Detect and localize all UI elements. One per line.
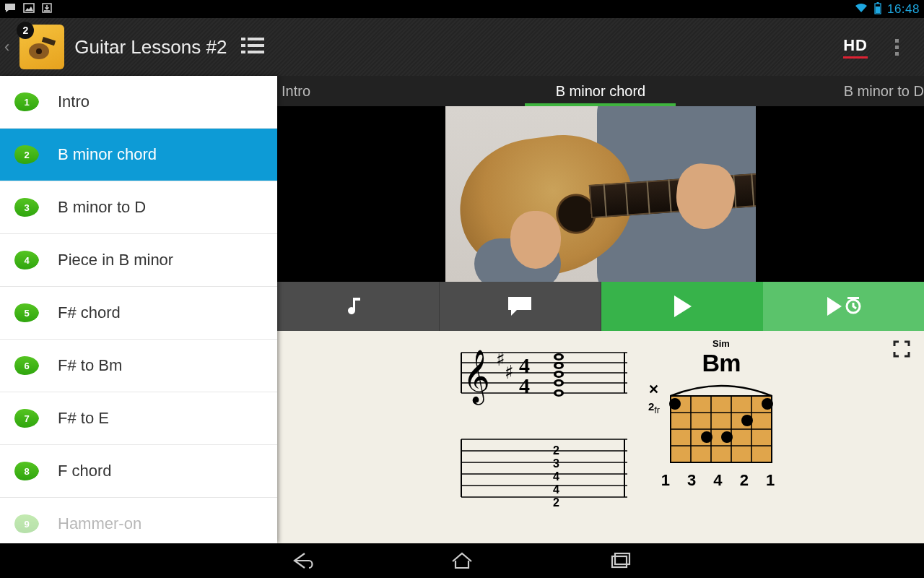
- chord-name: Bm: [660, 349, 783, 377]
- svg-point-31: [557, 364, 562, 368]
- video-thumbnail: [445, 106, 756, 282]
- lesson-number-badge: 6: [14, 356, 39, 375]
- svg-rect-11: [248, 44, 264, 47]
- lesson-item-label: Piece in B minor: [58, 251, 173, 269]
- tab-number: 2: [553, 496, 559, 509]
- app-bar: ‹ 2 Guitar Lessons #2 HD: [0, 18, 924, 76]
- sheet-music-area: 𝄞 ♯ ♯ 4 4: [277, 331, 924, 543]
- svg-rect-9: [248, 38, 264, 40]
- lesson-number-badge: 5: [14, 303, 39, 322]
- tab-label: B minor to D: [844, 83, 924, 100]
- lesson-item-label: F# to E: [58, 409, 109, 428]
- svg-point-57: [741, 415, 753, 426]
- tab-number: 3: [553, 457, 559, 470]
- comments-button[interactable]: [440, 282, 602, 331]
- svg-point-58: [701, 431, 712, 443]
- lesson-item-label: B minor to D: [58, 198, 146, 217]
- svg-text:4: 4: [519, 374, 530, 397]
- nav-back-button[interactable]: [289, 549, 318, 572]
- lesson-number-badge: 4: [14, 251, 39, 269]
- svg-rect-12: [241, 51, 245, 53]
- lesson-item-label: F# chord: [58, 303, 121, 322]
- svg-point-56: [762, 398, 773, 410]
- lesson-item-2[interactable]: 2 B minor chord: [0, 129, 277, 181]
- svg-point-7: [36, 48, 42, 54]
- lesson-item-1[interactable]: 1 Intro: [0, 76, 277, 129]
- play-slow-button[interactable]: [763, 282, 925, 331]
- nav-home-button[interactable]: [448, 549, 476, 572]
- staff-notation: 𝄞 ♯ ♯ 4 4: [447, 345, 627, 522]
- tab-number: 2: [553, 444, 559, 457]
- hd-quality-button[interactable]: HD: [843, 36, 868, 59]
- download-notification-icon: [42, 3, 52, 15]
- image-notification-icon: [23, 3, 35, 15]
- lesson-item-8[interactable]: 8 F chord: [0, 445, 277, 498]
- svg-rect-10: [241, 44, 245, 47]
- svg-rect-13: [248, 51, 264, 53]
- overflow-menu-icon[interactable]: [895, 39, 911, 56]
- svg-rect-8: [241, 38, 245, 40]
- lesson-number-badge: 8: [14, 462, 39, 480]
- lesson-number-badge: 3: [14, 198, 39, 217]
- svg-text:♯: ♯: [505, 362, 514, 383]
- tab-current[interactable]: B minor chord: [493, 76, 709, 106]
- svg-rect-4: [876, 7, 880, 13]
- svg-point-35: [557, 381, 562, 385]
- android-nav-bar: [0, 543, 924, 578]
- android-status-bar: 16:48: [0, 0, 924, 18]
- lesson-item-9[interactable]: 9 Hammer-on: [0, 498, 277, 543]
- status-left-icons: [4, 3, 52, 15]
- battery-icon: [874, 2, 881, 17]
- lesson-tabs: Intro B minor chord B minor to D: [277, 76, 924, 106]
- tab-number: 4: [553, 483, 559, 496]
- tab-number: 4: [553, 470, 559, 483]
- lesson-list-sidebar[interactable]: 1 Intro 2 B minor chord 3 B minor to D 4…: [0, 76, 277, 543]
- chord-diagram: Sim Bm ✕ 2fr: [660, 338, 783, 490]
- chord-fingering: 1 3 4 2 1: [660, 471, 783, 490]
- fullscreen-icon[interactable]: [892, 340, 911, 361]
- lesson-number-badge: 2: [14, 145, 39, 164]
- lesson-item-4[interactable]: 4 Piece in B minor: [0, 234, 277, 287]
- app-icon[interactable]: 2: [19, 25, 64, 69]
- nav-recent-button[interactable]: [606, 549, 635, 572]
- svg-point-37: [557, 392, 562, 395]
- svg-point-55: [669, 398, 681, 410]
- lesson-item-3[interactable]: 3 B minor to D: [0, 181, 277, 234]
- lesson-item-label: B minor chord: [58, 145, 157, 164]
- lesson-item-label: F chord: [58, 462, 112, 480]
- play-button[interactable]: [601, 282, 763, 331]
- lesson-item-label: Hammer-on: [58, 514, 141, 533]
- tab-prev[interactable]: Intro: [277, 76, 493, 106]
- chat-notification-icon: [4, 3, 16, 15]
- lesson-item-label: Intro: [58, 92, 90, 111]
- lesson-item-label: F# to Bm: [58, 356, 122, 375]
- tab-label: Intro: [282, 83, 310, 100]
- svg-point-59: [721, 431, 733, 443]
- lesson-list-toggle-icon[interactable]: [241, 36, 264, 58]
- lesson-item-7[interactable]: 7 F# to E: [0, 392, 277, 445]
- lesson-item-6[interactable]: 6 F# to Bm: [0, 340, 277, 392]
- svg-text:𝄞: 𝄞: [463, 350, 490, 405]
- playback-controls: [277, 282, 924, 331]
- chord-fret-suffix: fr: [654, 405, 660, 415]
- app-title: Guitar Lessons #2: [74, 36, 227, 59]
- svg-rect-15: [847, 297, 859, 299]
- video-area[interactable]: [277, 106, 924, 282]
- status-clock: 16:48: [887, 2, 920, 17]
- svg-point-29: [557, 355, 562, 359]
- svg-rect-0: [24, 4, 34, 12]
- svg-rect-3: [876, 2, 879, 4]
- lesson-number-badge: 9: [14, 514, 39, 533]
- notation-button[interactable]: [277, 282, 440, 331]
- svg-point-33: [557, 373, 562, 376]
- lesson-item-5[interactable]: 5 F# chord: [0, 287, 277, 340]
- tab-label: B minor chord: [556, 83, 646, 100]
- tab-next[interactable]: B minor to D: [708, 76, 924, 106]
- wifi-icon: [854, 2, 868, 16]
- chord-alt-name: Sim: [660, 338, 783, 349]
- status-right-icons: 16:48: [854, 2, 920, 17]
- lesson-number-badge: 7: [14, 409, 39, 428]
- back-caret-icon[interactable]: ‹: [4, 38, 9, 56]
- lesson-number-badge: 1: [14, 92, 39, 111]
